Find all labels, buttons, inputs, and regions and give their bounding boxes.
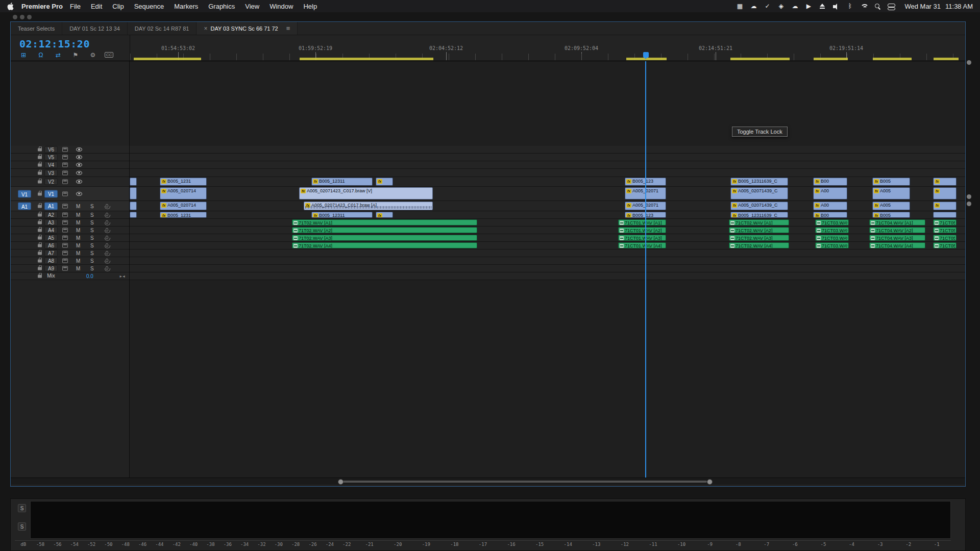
scrollbar-thumb[interactable]: [341, 481, 707, 483]
menu-sequence[interactable]: Sequence: [129, 3, 169, 10]
window-zoom-button[interactable]: [27, 15, 32, 19]
track-target-V1[interactable]: V1: [44, 190, 58, 197]
clip-71ct03-wav-a4[interactable]: 71CT03.WAV [A4]: [815, 242, 849, 248]
verified-check-icon[interactable]: ✓: [763, 2, 772, 10]
toggle-track-output-icon[interactable]: [76, 180, 82, 184]
playhead-handle[interactable]: [643, 52, 649, 58]
track-lock-icon[interactable]: [38, 205, 42, 208]
clip-71ct03-wav-a1[interactable]: 71CT03.WAV [A1]: [815, 219, 849, 226]
search-icon[interactable]: [873, 2, 882, 10]
menu-clip[interactable]: Clip: [107, 3, 129, 10]
clip-71ct02-wav-a1[interactable]: 71CT02.WAV [A1]: [729, 219, 789, 226]
app-name[interactable]: Premiere Pro: [21, 3, 63, 10]
clip-b005[interactable]: fxB005: [872, 178, 910, 186]
tab-day-03-sync-sc-66-71-72[interactable]: ×DAY 03 SYNC Sc 66 71 72≡: [197, 22, 298, 35]
clip-a005-020714[interactable]: fxA005_020714: [160, 187, 207, 199]
mute-button[interactable]: M: [76, 251, 80, 256]
menu-graphics[interactable]: Graphics: [203, 3, 240, 10]
panel-menu-icon[interactable]: ≡: [286, 24, 290, 32]
clip-b005-12311639-c[interactable]: fxB005_12311639_C: [730, 212, 788, 218]
toggle-track-output-icon[interactable]: [76, 171, 82, 175]
track-lock-icon[interactable]: [38, 221, 42, 224]
voiceover-record-icon[interactable]: [106, 236, 108, 239]
track-lock-icon[interactable]: [38, 267, 42, 270]
creative-cloud-icon[interactable]: ☁: [749, 2, 758, 10]
clip-71ct03-wav-a2[interactable]: 71CT03.WAV [A2]: [815, 227, 849, 233]
clip-71t02-wav-a3[interactable]: 71T02.WAV [A3]: [292, 235, 477, 241]
clip-fragment[interactable]: fx: [933, 178, 957, 186]
track-target-A2[interactable]: A2: [44, 212, 58, 218]
clip-71t02-wav-a1[interactable]: 71T02.WAV [A1]: [292, 219, 477, 226]
menu-window[interactable]: Window: [264, 3, 298, 10]
mute-button[interactable]: M: [76, 235, 80, 241]
clip-71ct02-wav-a2[interactable]: 71CT02.WAV [A2]: [729, 227, 789, 233]
clip-b005-12311639-c[interactable]: fxB005_12311639_C: [730, 178, 788, 186]
clip-b00[interactable]: fxB00: [813, 212, 847, 218]
menu-view[interactable]: View: [240, 3, 264, 10]
mute-button[interactable]: M: [76, 266, 80, 271]
clip-b005-1231[interactable]: fxB005_1231: [160, 212, 207, 218]
menu-file[interactable]: File: [65, 3, 86, 10]
clip-71ct03-wav-a3[interactable]: 71CT03.WAV [A3]: [815, 235, 849, 241]
menu-help[interactable]: Help: [298, 3, 322, 10]
voiceover-record-icon[interactable]: [106, 220, 108, 224]
workspace-grid-icon[interactable]: ▦: [735, 2, 744, 10]
track-target-A5[interactable]: A5: [44, 235, 58, 241]
track-lock-icon[interactable]: [38, 181, 42, 184]
scrollbar-handle-right[interactable]: [707, 479, 713, 485]
clip-a005-02071439-c[interactable]: fxA005_02071439_C: [730, 202, 788, 210]
clip-71t02-wav-a2[interactable]: 71T02.WAV [A2]: [292, 227, 477, 233]
solo-button[interactable]: S: [90, 251, 94, 256]
clip-71ct05-wav-a1[interactable]: 71CT05.WAV [A1]: [933, 219, 957, 226]
track-target-A7[interactable]: A7: [44, 250, 58, 257]
sync-lock-icon[interactable]: [62, 170, 68, 175]
track-lock-icon[interactable]: [38, 237, 42, 240]
apple-icon[interactable]: [7, 2, 14, 10]
clip-71ct04-wav-a3[interactable]: 71CT04.WAV [A3]: [869, 235, 925, 241]
solo-button[interactable]: S: [90, 220, 94, 226]
clip-71ct04-wav-a4[interactable]: 71CT04.WAV [A4]: [869, 242, 925, 248]
solo-button[interactable]: S: [90, 235, 94, 241]
clip-a005-020714[interactable]: fxA005_020714: [160, 202, 207, 210]
solo-button[interactable]: S: [90, 212, 94, 218]
tab-day-01-sc-12-13-34[interactable]: DAY 01 Sc 12 13 34: [62, 22, 128, 35]
mute-button[interactable]: M: [76, 228, 80, 233]
menu-markers[interactable]: Markers: [169, 3, 203, 10]
toggle-track-output-icon[interactable]: [76, 163, 82, 167]
clip-71ct01-wav-a3[interactable]: 71CT01.WAV [A3]: [618, 235, 666, 241]
linked-selection-icon[interactable]: ⇄: [53, 51, 64, 59]
scrollbar-handle-left[interactable]: [338, 479, 344, 485]
menu-date[interactable]: Wed Mar 31: [904, 3, 941, 10]
clip-b005-12311[interactable]: fxB005_12311: [311, 178, 373, 186]
clip-b005[interactable]: fxB005: [872, 212, 910, 218]
clip-71ct01-wav-a1[interactable]: 71CT01.WAV [A1]: [618, 219, 666, 226]
mute-button[interactable]: M: [76, 203, 80, 209]
play-status-icon[interactable]: ▶: [804, 2, 813, 10]
timeline-ruler[interactable]: 01:54:53:0201:59:52:1902:04:52:1202:09:5…: [130, 35, 965, 61]
sync-lock-icon[interactable]: [62, 204, 68, 208]
track-target-A1[interactable]: A1: [44, 202, 58, 210]
solo-button[interactable]: S: [90, 203, 94, 209]
control-center-icon[interactable]: [887, 2, 896, 10]
toggle-track-output-icon[interactable]: [76, 192, 82, 196]
clip-fragment[interactable]: [130, 187, 137, 199]
clip-fragment[interactable]: [130, 202, 137, 210]
solo-button[interactable]: S: [90, 266, 94, 271]
track-target-Mix[interactable]: Mix: [44, 273, 58, 280]
clip-71ct04-wav-a2[interactable]: 71CT04.WAV [A2]: [869, 227, 925, 233]
sync-lock-icon[interactable]: [62, 213, 68, 217]
mix-level-value[interactable]: 0.0: [86, 273, 93, 279]
track-target-V6[interactable]: V6: [44, 146, 58, 153]
clip-fragment[interactable]: fx: [376, 212, 393, 218]
eject-icon[interactable]: [818, 2, 827, 10]
track-lock-icon[interactable]: [38, 164, 42, 167]
clip-71ct04-wav-a1[interactable]: 71CT04.WAV [A1]: [869, 219, 925, 226]
clip-fragment[interactable]: fx: [933, 202, 957, 210]
sync-lock-icon[interactable]: [62, 147, 68, 152]
sync-lock-icon[interactable]: [62, 251, 68, 256]
mute-button[interactable]: M: [76, 220, 80, 226]
clip-a005-02071439-c[interactable]: fxA005_02071439_C: [730, 187, 788, 199]
window-minimize-button[interactable]: [20, 15, 24, 19]
track-target-A3[interactable]: A3: [44, 219, 58, 226]
sync-lock-icon[interactable]: [62, 220, 68, 225]
